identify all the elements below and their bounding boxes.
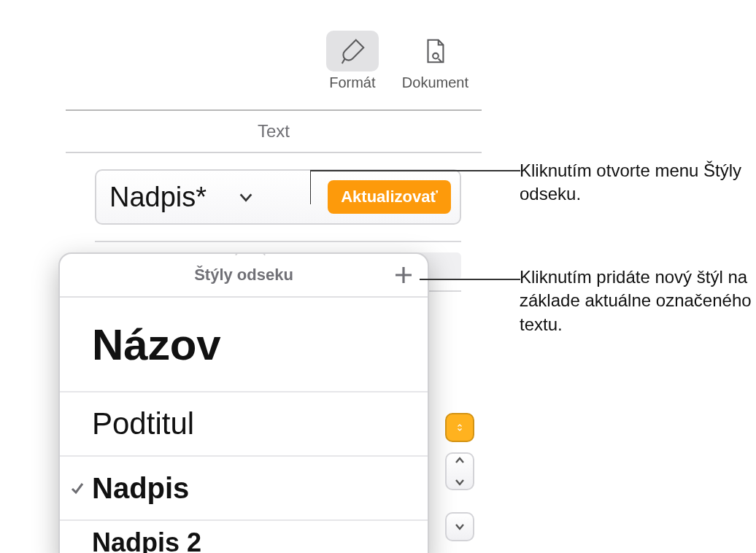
callout-add-style: Kliknutím pridáte nový štýl na základe a…: [520, 266, 756, 336]
expand-control[interactable]: [445, 512, 474, 541]
panel-header-text: Text: [66, 111, 482, 153]
chevron-down-icon: [454, 479, 466, 486]
checkmark-icon: [70, 481, 85, 495]
stepper-control[interactable]: [445, 452, 474, 490]
callout-open-menu: Kliknutím otvorte menu Štýly odseku.: [520, 159, 756, 206]
add-style-button[interactable]: [391, 263, 416, 287]
format-tool[interactable]: Formát: [326, 31, 379, 104]
document-label: Dokument: [402, 74, 468, 91]
style-item-heading2[interactable]: Nadpis 2: [60, 521, 428, 553]
document-icon: [421, 37, 449, 65]
paragraph-styles-popover: Štýly odseku Názov Podtitul Nadpis Nadpi…: [58, 252, 429, 553]
format-label: Formát: [329, 74, 375, 91]
style-chevron[interactable]: [234, 185, 258, 209]
leader-line: [420, 276, 520, 283]
style-item-subtitle[interactable]: Podtitul: [60, 392, 428, 457]
style-item-title[interactable]: Názov: [60, 298, 428, 392]
style-item-label: Podtitul: [92, 406, 194, 441]
dropdown-control[interactable]: [445, 413, 474, 442]
style-item-label: Nadpis 2: [92, 527, 201, 553]
paintbrush-icon: [339, 37, 366, 65]
toolbar: Formát Dokument: [0, 31, 482, 104]
leader-line: [310, 169, 520, 204]
chevron-up-icon: [454, 457, 466, 464]
popover-title: Štýly odseku: [60, 254, 428, 298]
up-down-icon: [454, 424, 466, 431]
chevron-down-icon: [238, 189, 254, 205]
current-style-name: Nadpis*: [109, 182, 207, 213]
divider: [95, 241, 461, 242]
style-item-heading[interactable]: Nadpis: [60, 457, 428, 521]
plus-icon: [393, 264, 414, 286]
style-item-label: Nadpis: [92, 472, 189, 505]
popover-title-label: Štýly odseku: [194, 266, 293, 285]
chevron-down-icon: [454, 523, 466, 530]
document-tool[interactable]: Dokument: [402, 31, 468, 104]
svg-point-0: [433, 53, 439, 59]
document-icon-wrap: [409, 31, 461, 71]
style-item-label: Názov: [92, 320, 221, 370]
format-icon-wrap: [326, 31, 379, 71]
